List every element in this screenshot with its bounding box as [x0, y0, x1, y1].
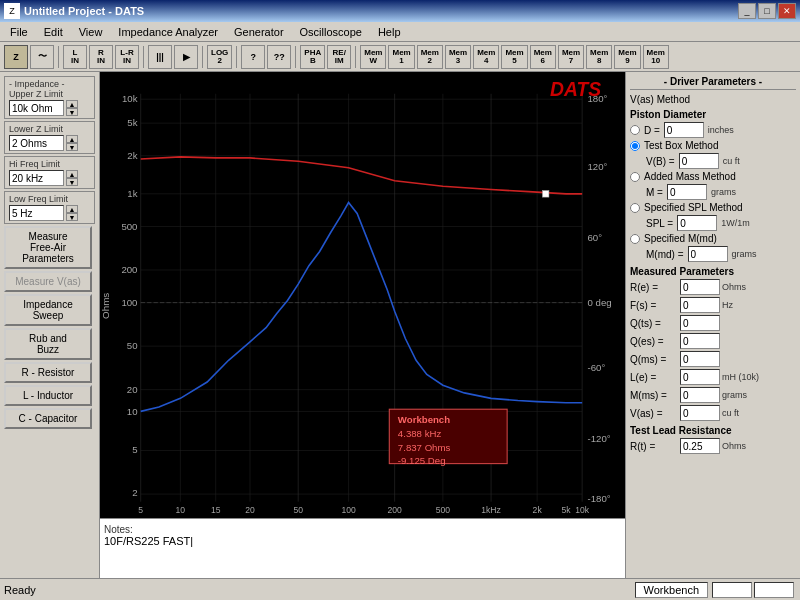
le-input[interactable]	[680, 369, 720, 385]
lower-z-down[interactable]: ▼	[66, 143, 78, 151]
l-inductor-button[interactable]: L - Inductor	[4, 385, 92, 406]
spl-radio[interactable]	[630, 203, 640, 213]
q2-button[interactable]: ??	[267, 45, 291, 69]
mem2-button[interactable]: Mem2	[417, 45, 443, 69]
qms-input[interactable]	[680, 351, 720, 367]
qes-input[interactable]	[680, 333, 720, 349]
minimize-button[interactable]: _	[738, 3, 756, 19]
maximize-button[interactable]: □	[758, 3, 776, 19]
svg-text:1k: 1k	[127, 188, 137, 199]
svg-text:5: 5	[138, 505, 143, 515]
r-resistor-button[interactable]: R - Resistor	[4, 362, 92, 383]
wave-button[interactable]: 〜	[30, 45, 54, 69]
pha-button[interactable]: PHAB	[300, 45, 325, 69]
vb-input[interactable]	[679, 153, 719, 169]
svg-text:100: 100	[341, 505, 355, 515]
z-button[interactable]: Z	[4, 45, 28, 69]
fs-input[interactable]	[680, 297, 720, 313]
bars-button[interactable]: |||	[148, 45, 172, 69]
memw-button[interactable]: MemW	[360, 45, 386, 69]
piston-radio[interactable]	[630, 125, 640, 135]
menu-item-oscilloscope[interactable]: Oscilloscope	[292, 24, 370, 40]
impedance-upper-down[interactable]: ▼	[66, 108, 78, 116]
hi-freq-input[interactable]	[9, 170, 64, 186]
hi-freq-label: Hi Freq Limit	[9, 159, 90, 169]
menu-item-edit[interactable]: Edit	[36, 24, 71, 40]
window-title: Untitled Project - DATS	[24, 5, 734, 17]
measure-vas-button[interactable]: Measure V(as)	[4, 271, 92, 292]
qts-input[interactable]	[680, 315, 720, 331]
mem6-button[interactable]: Mem6	[530, 45, 556, 69]
log2-button[interactable]: LOG2	[207, 45, 232, 69]
mmd-radio[interactable]	[630, 234, 640, 244]
c-capacitor-button[interactable]: C - Capacitor	[4, 408, 92, 429]
addedmass-radio[interactable]	[630, 172, 640, 182]
lo-freq-up[interactable]: ▲	[66, 205, 78, 213]
close-button[interactable]: ✕	[778, 3, 796, 19]
qes-label: Q(es) =	[630, 336, 680, 347]
spl-input[interactable]	[677, 215, 717, 231]
rub-buzz-button[interactable]: Rub andBuzz	[4, 328, 92, 360]
svg-text:10k: 10k	[575, 505, 589, 515]
mem5-button[interactable]: Mem5	[501, 45, 527, 69]
mem1-button[interactable]: Mem1	[388, 45, 414, 69]
mem9-button[interactable]: Mem9	[614, 45, 640, 69]
menu-item-view[interactable]: View	[71, 24, 111, 40]
addedmass-label: Added Mass Method	[644, 171, 736, 182]
vas-input[interactable]	[680, 405, 720, 421]
added-mass-row: Added Mass Method	[630, 171, 796, 182]
lower-z-input[interactable]	[9, 135, 64, 151]
measured-params-title: Measured Parameters	[630, 266, 796, 277]
q1-button[interactable]: ?	[241, 45, 265, 69]
rt-input[interactable]	[680, 438, 720, 454]
svg-text:4.388 kHz: 4.388 kHz	[398, 428, 442, 439]
mem4-button[interactable]: Mem4	[473, 45, 499, 69]
lin-button[interactable]: LIN	[63, 45, 87, 69]
hi-freq-group: Hi Freq Limit ▲ ▼	[4, 156, 95, 189]
rt-row: R(t) = Ohms	[630, 438, 796, 454]
m-row: M = grams	[630, 184, 796, 200]
test-box-row: Test Box Method	[630, 140, 796, 151]
re-input[interactable]	[680, 279, 720, 295]
svg-text:500: 500	[436, 505, 450, 515]
lo-freq-down[interactable]: ▼	[66, 213, 78, 221]
impedance-sweep-button[interactable]: ImpedanceSweep	[4, 294, 92, 326]
mem8-button[interactable]: Mem8	[586, 45, 612, 69]
mem3-button[interactable]: Mem3	[445, 45, 471, 69]
impedance-upper-spinner: ▲ ▼	[9, 100, 90, 116]
reim-button[interactable]: RE/IM	[327, 45, 351, 69]
mem7-button[interactable]: Mem7	[558, 45, 584, 69]
toolbar-separator-5	[295, 46, 296, 68]
fs-row: F(s) = Hz	[630, 297, 796, 313]
testbox-radio[interactable]	[630, 141, 640, 151]
mem10-button[interactable]: Mem10	[643, 45, 669, 69]
mms-input[interactable]	[680, 387, 720, 403]
lo-freq-input[interactable]	[9, 205, 64, 221]
hi-freq-up[interactable]: ▲	[66, 170, 78, 178]
hi-freq-down[interactable]: ▼	[66, 178, 78, 186]
impedance-upper-up[interactable]: ▲	[66, 100, 78, 108]
lr-button[interactable]: L-RIN	[115, 45, 139, 69]
notes-label: Notes:	[104, 524, 133, 535]
menu-item-impedance-analyzer[interactable]: Impedance Analyzer	[110, 24, 226, 40]
graph-area: 10k 5k 2k 1k 500 200 100 50 20 10 5 2 Oh…	[100, 72, 625, 518]
svg-text:120°: 120°	[588, 161, 608, 172]
piston-d-input[interactable]	[664, 122, 704, 138]
measure-freeair-button[interactable]: MeasureFree-AirParameters	[4, 226, 92, 269]
m-input[interactable]	[667, 184, 707, 200]
vas-method-label: V(as) Method	[630, 94, 796, 105]
rin-button[interactable]: RIN	[89, 45, 113, 69]
play-button[interactable]: ▶	[174, 45, 198, 69]
impedance-upper-input[interactable]	[9, 100, 64, 116]
mms-label: M(ms) =	[630, 390, 680, 401]
left-panel: - Impedance -Upper Z Limit ▲ ▼ Lower Z L…	[0, 72, 100, 578]
mmd-input[interactable]	[688, 246, 728, 262]
lower-z-up[interactable]: ▲	[66, 135, 78, 143]
menu-item-help[interactable]: Help	[370, 24, 409, 40]
workbench-label: Workbench	[635, 582, 708, 598]
menu-item-file[interactable]: File	[2, 24, 36, 40]
lower-z-spinbtns: ▲ ▼	[66, 135, 78, 151]
svg-text:100: 100	[121, 297, 138, 308]
rt-unit: Ohms	[722, 441, 746, 451]
menu-item-generator[interactable]: Generator	[226, 24, 292, 40]
